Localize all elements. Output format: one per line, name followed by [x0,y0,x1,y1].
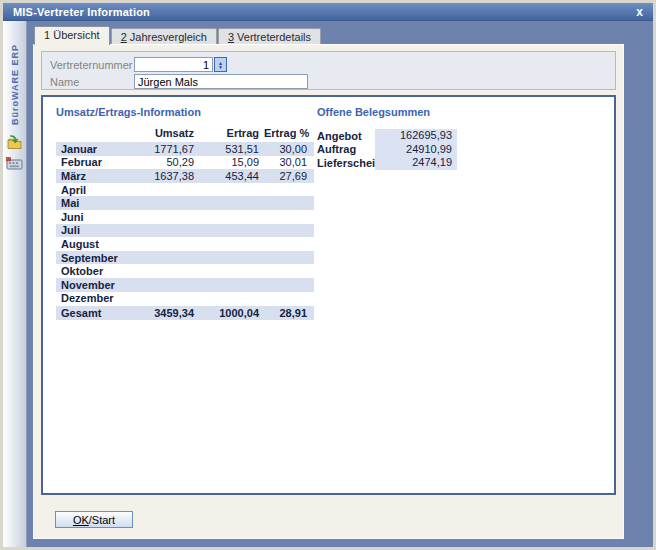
keyboard-icon[interactable] [6,156,23,171]
name-label: Name [50,76,134,88]
window-body: BüroWARE ERP [3,21,653,547]
angebot-label: Angebot [317,130,375,142]
brand-label: BüroWARE ERP [10,29,20,125]
table-row: August [56,237,314,251]
table-row: April [56,183,314,197]
umsatz-cell: 1637,38 [136,170,199,182]
total-ertrag-pct-cell: 28,91 [264,307,312,319]
ok-label-rest: /Start [89,514,115,526]
form-row-vertreternummer: Vertreternummer ▲ ▼ [50,57,607,72]
main-area: 1 Übersicht 2 Jahresvergleich 3 Vertrete… [27,21,653,547]
beleg-row-auftrag: Auftrag 24910,99 [317,143,487,157]
umsatz-col-header: Umsatz [136,127,199,139]
month-cell: Januar [56,143,136,155]
ok-start-button[interactable]: OK/Start [55,511,133,528]
ok-accelerator: OK [73,514,89,526]
mis-vertreter-window: MIS-Vertreter Information x BüroWARE ERP [0,0,656,550]
beleg-row-lieferschein: Lieferschein 2474,19 [317,156,487,170]
tab-strip: 1 Übersicht 2 Jahresvergleich 3 Vertrete… [34,26,624,45]
angebot-value: 162695,93 [375,129,457,143]
tab-page-uebersicht: Vertreternummer ▲ ▼ Name [33,44,624,539]
table-row: November [56,278,314,292]
ertrag-cell: 531,51 [199,143,264,155]
ertrag-pct-cell: 30,01 [264,156,312,168]
beleg-row-angebot: Angebot 162695,93 [317,129,487,143]
umsatz-table-body: Januar1771,67531,5130,00Februar50,2915,0… [56,142,314,305]
month-cell: Dezember [56,292,136,304]
lieferschein-value: 2474,19 [375,156,457,170]
month-cell: September [56,252,136,264]
total-ertrag-cell: 1000,04 [199,307,264,319]
ertrag-col-header: Ertrag [199,127,264,139]
open-document-icon[interactable] [6,135,23,150]
month-cell: Mai [56,197,136,209]
form-row-name: Name [50,74,607,89]
tab-jahresvergleich[interactable]: 2 Jahresvergleich [111,28,217,45]
ertrag-pct-cell: 27,69 [264,170,312,182]
table-row: Oktober [56,264,314,278]
table-total-row: Gesamt 3459,34 1000,04 28,91 [56,306,314,320]
tab-vertreterdetails[interactable]: 3 Vertreterdetails [218,28,321,45]
page-footer: OK/Start [41,511,616,528]
tab-label: Vertreterdetails [234,31,311,43]
total-label-cell: Gesamt [56,307,136,319]
ertrag-cell: 453,44 [199,170,264,182]
table-row: Dezember [56,292,314,306]
table-row: Juni [56,210,314,224]
tab-uebersicht[interactable]: 1 Übersicht [34,26,110,45]
month-cell: Juni [56,211,136,223]
umsatz-cell: 50,29 [136,156,199,168]
auftrag-label: Auftrag [317,143,375,155]
sidebar-icons [6,135,23,171]
lieferschein-label: Lieferschein [317,157,375,169]
overview-panel: Umsatz/Ertrags-Information Umsatz Ertrag… [41,95,616,495]
vertreter-form: Vertreternummer ▲ ▼ Name [41,51,616,90]
tab-label: Jahresvergleich [127,31,207,43]
ertrag-cell: 15,09 [199,156,264,168]
table-row: Juli [56,224,314,238]
table-row: Mai [56,196,314,210]
table-row: September [56,251,314,265]
ertrag-pct-cell: 30,00 [264,143,312,155]
vertreternummer-spinner[interactable]: ▲ ▼ [214,57,227,72]
auftrag-value: 24910,99 [375,143,457,157]
vertreternummer-label: Vertreternummer [50,59,134,71]
month-cell: Oktober [56,265,136,277]
umsatz-table-header: Umsatz Ertrag Ertrag % [56,125,314,140]
close-button[interactable]: x [634,6,645,18]
name-input[interactable] [134,74,308,89]
total-umsatz-cell: 3459,34 [136,307,199,319]
beleg-section: Offene Belegsummen Angebot 162695,93 Auf… [317,106,487,170]
month-cell: Juli [56,224,136,236]
beleg-section-title: Offene Belegsummen [317,106,487,118]
ertrag-pct-col-header: Ertrag % [264,127,312,139]
table-row: Januar1771,67531,5130,00 [56,142,314,156]
spinner-down-icon[interactable]: ▼ [218,65,223,69]
beleg-rows: Angebot 162695,93 Auftrag 24910,99 Liefe… [317,129,487,170]
sidebar: BüroWARE ERP [3,21,27,547]
window-title: MIS-Vertreter Information [13,6,634,18]
month-cell: Februar [56,156,136,168]
month-cell: November [56,279,136,291]
month-cell: März [56,170,136,182]
umsatz-cell: 1771,67 [136,143,199,155]
vertreternummer-input[interactable] [134,57,213,72]
table-row: Februar50,2915,0930,01 [56,156,314,170]
month-cell: April [56,184,136,196]
month-cell: August [56,238,136,250]
table-row: März1637,38453,4427,69 [56,169,314,183]
tab-label: Übersicht [50,29,100,41]
umsatz-section: Umsatz/Ertrags-Information Umsatz Ertrag… [56,106,314,320]
title-bar: MIS-Vertreter Information x [3,3,653,21]
umsatz-section-title: Umsatz/Ertrags-Information [56,106,314,118]
